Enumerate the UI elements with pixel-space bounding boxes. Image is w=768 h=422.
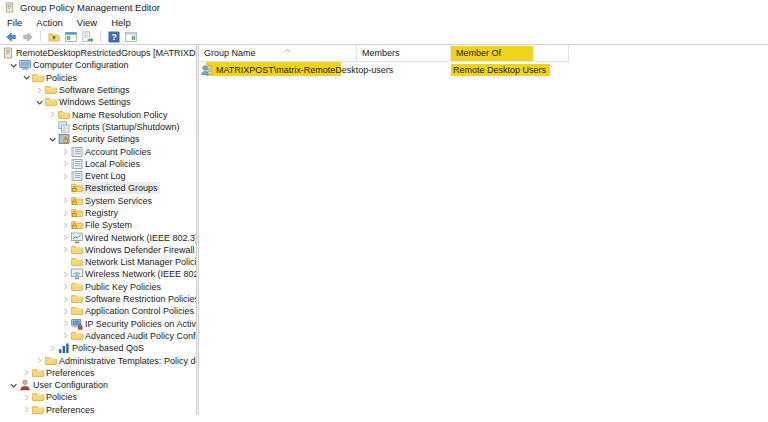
chevron-right-icon[interactable] xyxy=(60,208,71,218)
menu-file[interactable]: File xyxy=(0,17,29,28)
tree-item-label: Advanced Audit Policy Configura xyxy=(85,331,196,341)
chevron-right-icon[interactable] xyxy=(60,331,71,341)
chevron-right-icon[interactable] xyxy=(21,405,32,415)
chevron-right-icon[interactable] xyxy=(60,306,71,316)
menu-help[interactable]: Help xyxy=(104,17,138,28)
chevron-right-icon[interactable] xyxy=(60,220,71,230)
tree-item-ip-security-policies-on-active-dire[interactable]: IP Security Policies on Active Dire xyxy=(0,318,196,330)
computer-icon xyxy=(19,59,31,71)
tree-item-label: Scripts (Startup/Shutdown) xyxy=(72,122,180,132)
tree-item-local-policies[interactable]: Local Policies xyxy=(0,158,196,170)
tree-item-label: Account Policies xyxy=(85,147,151,157)
tree-item-user-configuration[interactable]: User Configuration xyxy=(0,379,196,391)
chevron-right-icon[interactable] xyxy=(60,196,71,206)
chevron-right-icon[interactable] xyxy=(34,356,45,366)
tree-item-file-system[interactable]: File System xyxy=(0,219,196,231)
forward-icon xyxy=(22,31,34,43)
chevron-right-icon[interactable] xyxy=(21,392,32,402)
tree-item-label: Preferences xyxy=(46,368,95,378)
show-console-tree-icon xyxy=(65,31,77,43)
chevron-down-icon[interactable] xyxy=(21,73,32,83)
folder-icon xyxy=(71,281,83,293)
chevron-right-icon[interactable] xyxy=(47,110,58,120)
chevron-right-icon[interactable] xyxy=(60,245,71,255)
folder-lock-icon xyxy=(71,195,83,207)
chevron-down-icon[interactable] xyxy=(47,134,58,144)
tree-item-label: Event Log xyxy=(85,171,126,181)
chevron-right-icon[interactable] xyxy=(60,282,71,292)
help-button[interactable]: ? xyxy=(106,30,121,44)
tree-item-event-log[interactable]: Event Log xyxy=(0,170,196,182)
folder-icon xyxy=(58,109,70,121)
menu-bar: FileActionViewHelp xyxy=(0,15,768,29)
column-header-group-name[interactable]: Group Name xyxy=(199,45,357,62)
tree-item-windows-settings[interactable]: Windows Settings xyxy=(0,96,196,108)
security-book-icon xyxy=(58,133,70,145)
tree-item-administrative-templates-policy-definiti[interactable]: Administrative Templates: Policy definit… xyxy=(0,354,196,366)
chevron-right-icon[interactable] xyxy=(60,171,71,181)
tree-item-label: IP Security Policies on Active Dire xyxy=(85,319,196,329)
tree-item-wired-network-ieee-802-3-polici[interactable]: Wired Network (IEEE 802.3) Polici xyxy=(0,231,196,243)
tree-item-policies[interactable]: Policies xyxy=(0,72,196,84)
chevron-right-icon[interactable] xyxy=(34,85,45,95)
column-header-members[interactable]: Members xyxy=(357,45,451,62)
console-root-icon xyxy=(2,47,14,59)
tree-item-software-restriction-policies[interactable]: Software Restriction Policies xyxy=(0,293,196,305)
chevron-right-icon[interactable] xyxy=(47,343,58,353)
chevron-right-icon[interactable] xyxy=(60,159,71,169)
toolbar-separator xyxy=(100,31,101,42)
scripts-icon xyxy=(58,121,70,133)
tree-item-network-list-manager-policies[interactable]: Network List Manager Policies xyxy=(0,256,196,268)
chevron-down-icon[interactable] xyxy=(8,60,19,70)
tree-item-policy-based-qos[interactable]: Policy-based QoS xyxy=(0,342,196,354)
group-users-icon xyxy=(201,64,214,76)
chevron-right-icon[interactable] xyxy=(60,269,71,279)
folder-icon xyxy=(32,367,44,379)
chevron-down-icon[interactable] xyxy=(8,380,19,390)
tree-item-label: Windows Defender Firewall with A xyxy=(85,245,196,255)
tree-item-label: Registry xyxy=(85,208,118,218)
tree-item-label: Computer Configuration xyxy=(33,60,129,70)
tree-item-policies[interactable]: Policies xyxy=(0,391,196,403)
menu-view[interactable]: View xyxy=(70,17,104,28)
tree-item-scripts-startup-shutdown[interactable]: Scripts (Startup/Shutdown) xyxy=(0,121,196,133)
tree-item-restricted-groups-selected[interactable]: Restricted Groups xyxy=(0,182,196,194)
tree-item-account-policies[interactable]: Account Policies xyxy=(0,145,196,157)
chevron-right-icon[interactable] xyxy=(60,294,71,304)
tree-item-software-settings[interactable]: Software Settings xyxy=(0,84,196,96)
tree-item-application-control-policies[interactable]: Application Control Policies xyxy=(0,305,196,317)
chevron-right-icon[interactable] xyxy=(60,233,71,243)
menu-action[interactable]: Action xyxy=(29,17,69,28)
tree-item-label: Restricted Groups xyxy=(85,183,158,193)
up-one-level-button[interactable] xyxy=(46,30,61,44)
folder-icon xyxy=(32,391,44,403)
tree-item-name-resolution-policy[interactable]: Name Resolution Policy xyxy=(0,108,196,120)
show-action-pane-button[interactable] xyxy=(123,30,138,44)
tree-item-public-key-policies[interactable]: Public Key Policies xyxy=(0,281,196,293)
chevron-right-icon[interactable] xyxy=(60,319,71,329)
tree-item-computer-configuration[interactable]: Computer Configuration xyxy=(0,59,196,71)
export-list-button[interactable] xyxy=(80,30,95,44)
tree-item-wireless-network-ieee-802-11-po[interactable]: Wireless Network (IEEE 802.11) Po xyxy=(0,268,196,280)
tree-item-advanced-audit-policy-configura[interactable]: Advanced Audit Policy Configura xyxy=(0,330,196,342)
folder-icon xyxy=(32,72,44,84)
tree-item-security-settings[interactable]: Security Settings xyxy=(0,133,196,145)
tree-item-preferences[interactable]: Preferences xyxy=(0,367,196,379)
tree-item-preferences[interactable]: Preferences xyxy=(0,404,196,415)
tree-item-windows-defender-firewall-with-a[interactable]: Windows Defender Firewall with A xyxy=(0,244,196,256)
forward-button[interactable] xyxy=(20,30,35,44)
export-list-icon xyxy=(82,31,94,43)
tree-item-remotedesktoprestrictedgroups-matrixdc-0[interactable]: RemoteDesktopRestrictedGroups [MATRIXDC-… xyxy=(0,47,196,59)
chevron-right-icon[interactable] xyxy=(60,147,71,157)
folder-lock-icon xyxy=(71,182,83,194)
tree-item-registry[interactable]: Registry xyxy=(0,207,196,219)
list-row-group[interactable]: MATRIXPOST\matrix-RemoteDesktop-users Re… xyxy=(199,62,768,77)
back-button[interactable] xyxy=(3,30,18,44)
folder-icon xyxy=(71,256,83,268)
column-header-member-of[interactable]: Member Of xyxy=(451,45,569,62)
show-console-tree-button[interactable] xyxy=(63,30,78,44)
chevron-right-icon[interactable] xyxy=(21,368,32,378)
member-of-value: Remote Desktop Users xyxy=(451,64,550,76)
tree-item-system-services[interactable]: System Services xyxy=(0,195,196,207)
chevron-down-icon[interactable] xyxy=(34,97,45,107)
